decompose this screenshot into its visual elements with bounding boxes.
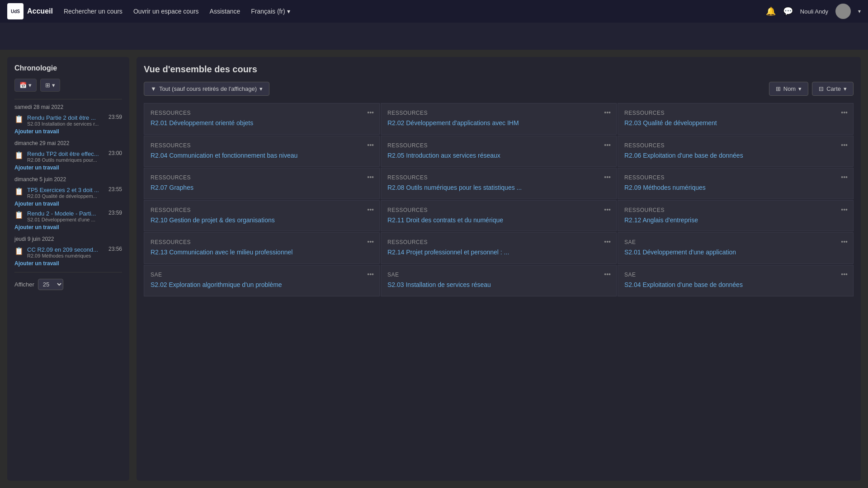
- search-courses-link[interactable]: Rechercher un cours: [64, 8, 123, 15]
- course-name[interactable]: R2.07 Graphes: [151, 183, 373, 192]
- sort-filter-btn[interactable]: ⊞ ▾: [40, 79, 60, 92]
- course-card[interactable]: Ressources R2.03 Qualité de développemen…: [618, 103, 854, 135]
- course-name[interactable]: R2.02 Développement d'applications avec …: [387, 119, 610, 128]
- course-menu-btn[interactable]: •••: [841, 271, 848, 278]
- course-menu-btn[interactable]: •••: [841, 174, 848, 181]
- course-menu-btn[interactable]: •••: [604, 238, 611, 245]
- course-type: Ressources: [151, 239, 373, 245]
- course-menu-btn[interactable]: •••: [604, 206, 611, 213]
- chrono-item-4-1: 📋 23:56 CC R2.09 en 209 second... R2.09 …: [14, 246, 122, 258]
- sort-button[interactable]: ⊞ Nom ▾: [769, 82, 808, 96]
- course-card[interactable]: Ressources R2.10 Gestion de projet & des…: [144, 200, 380, 232]
- calendar-icon: 📅: [19, 82, 27, 89]
- course-card[interactable]: Ressources R2.14 Projet professionnel et…: [381, 232, 617, 264]
- calendar-filter-btn[interactable]: 📅 ▾: [14, 79, 37, 92]
- course-name[interactable]: R2.10 Gestion de projet & des organisati…: [151, 216, 373, 225]
- user-name[interactable]: Nouli Andy: [800, 8, 828, 15]
- afficher-select[interactable]: 25 50 100: [38, 279, 63, 290]
- course-menu-btn[interactable]: •••: [367, 271, 374, 278]
- course-menu-btn[interactable]: •••: [604, 271, 611, 278]
- course-name[interactable]: R2.13 Communication avec le milieu profe…: [151, 248, 373, 257]
- course-menu-btn[interactable]: •••: [841, 206, 848, 213]
- course-menu-btn[interactable]: •••: [841, 109, 848, 116]
- user-avatar[interactable]: [835, 4, 851, 19]
- chrono-item-3-1: 📋 23:55 TP5 Exercices 2 et 3 doit ... R2…: [14, 186, 122, 199]
- course-card[interactable]: Ressources R2.13 Communication avec le m…: [144, 232, 380, 264]
- course-name[interactable]: S2.03 Installation de services réseau: [387, 281, 610, 290]
- filter-button[interactable]: ▼ Tout (sauf cours retirés de l'affichag…: [144, 82, 269, 96]
- course-card[interactable]: Ressources R2.09 Méthodes numériques •••: [618, 168, 854, 199]
- course-card[interactable]: Ressources R2.08 Outils numériques pour …: [381, 168, 617, 199]
- sort-icon: ⊞: [776, 85, 781, 92]
- course-name[interactable]: R2.03 Qualité de développement: [624, 119, 847, 128]
- course-card[interactable]: Ressources R2.06 Exploitation d'une base…: [618, 136, 854, 167]
- course-name[interactable]: S2.04 Exploitation d'une base de données: [624, 281, 847, 290]
- notifications-icon[interactable]: 🔔: [766, 6, 776, 16]
- add-work-link-3b[interactable]: Ajouter un travail: [14, 224, 122, 230]
- chrono-title-link-3[interactable]: TP5 Exercices 2 et 3 doit ...: [27, 187, 99, 193]
- course-menu-btn[interactable]: •••: [604, 174, 611, 181]
- course-name[interactable]: R2.04 Communication et fonctionnement ba…: [151, 151, 373, 160]
- course-card[interactable]: Ressources R2.02 Développement d'applica…: [381, 103, 617, 135]
- messages-icon[interactable]: 💬: [783, 6, 793, 16]
- sidebar: Chronologie 📅 ▾ ⊞ ▾ samedi 28 mai 2022 📋…: [7, 57, 129, 481]
- user-dropdown-icon[interactable]: ▾: [858, 8, 861, 14]
- course-name[interactable]: R2.14 Projet professionnel et personnel …: [387, 248, 610, 257]
- course-name[interactable]: R2.08 Outils numériques pour les statist…: [387, 183, 610, 192]
- navbar: UdS Accueil Rechercher un cours Ouvrir u…: [0, 0, 868, 23]
- chrono-title-link-4[interactable]: Rendu 2 - Modele - Parti...: [27, 210, 96, 217]
- course-name[interactable]: R2.01 Développement orienté objets: [151, 119, 373, 128]
- main-container: Chronologie 📅 ▾ ⊞ ▾ samedi 28 mai 2022 📋…: [0, 50, 868, 488]
- course-name[interactable]: R2.09 Méthodes numériques: [624, 183, 847, 192]
- course-menu-btn[interactable]: •••: [604, 141, 611, 149]
- course-menu-btn[interactable]: •••: [367, 141, 374, 149]
- course-card[interactable]: Ressources R2.04 Communication et foncti…: [144, 136, 380, 167]
- sort-icon: ⊞: [45, 82, 50, 89]
- assignment-icon-5: 📋: [14, 247, 24, 255]
- course-card[interactable]: Ressources R2.05 Introduction aux servic…: [381, 136, 617, 167]
- course-menu-btn[interactable]: •••: [367, 238, 374, 245]
- course-menu-btn[interactable]: •••: [367, 109, 374, 116]
- language-selector[interactable]: Français (fr) ▾: [251, 8, 290, 15]
- chrono-time-3: 23:55: [108, 186, 122, 192]
- course-name[interactable]: R2.06 Exploitation d'une base de données: [624, 151, 847, 160]
- course-card[interactable]: Ressources R2.12 Anglais d'entreprise ••…: [618, 200, 854, 232]
- course-card[interactable]: SAE S2.04 Exploitation d'une base de don…: [618, 265, 854, 296]
- assignment-icon-4: 📋: [14, 211, 24, 219]
- course-menu-btn[interactable]: •••: [367, 206, 374, 213]
- course-name[interactable]: R2.12 Anglais d'entreprise: [624, 216, 847, 225]
- course-card[interactable]: Ressources R2.01 Développement orienté o…: [144, 103, 380, 135]
- add-work-link-1[interactable]: Ajouter un travail: [14, 128, 122, 135]
- course-name[interactable]: S2.01 Développement d'une application: [624, 248, 847, 257]
- course-card[interactable]: Ressources R2.07 Graphes •••: [144, 168, 380, 199]
- course-menu-btn[interactable]: •••: [604, 109, 611, 116]
- course-type: SAE: [624, 272, 847, 278]
- chrono-title-link[interactable]: Rendu Partie 2 doit être ...: [27, 114, 96, 121]
- open-space-link[interactable]: Ouvrir un espace cours: [133, 8, 199, 15]
- course-card[interactable]: SAE S2.03 Installation de services résea…: [381, 265, 617, 296]
- course-name[interactable]: R2.05 Introduction aux services réseaux: [387, 151, 610, 160]
- chrono-section-1: samedi 28 mai 2022 📋 23:59 Rendu Partie …: [14, 104, 122, 135]
- course-name[interactable]: R2.11 Droit des contrats et du numérique: [387, 216, 610, 225]
- course-type: Ressources: [387, 142, 610, 149]
- add-work-link-4[interactable]: Ajouter un travail: [14, 260, 122, 267]
- course-menu-btn[interactable]: •••: [841, 238, 848, 245]
- add-work-link-3a[interactable]: Ajouter un travail: [14, 201, 122, 207]
- course-card[interactable]: SAE S2.02 Exploration algorithmique d'un…: [144, 265, 380, 296]
- filter-dropdown-icon: ▾: [259, 85, 263, 92]
- view-label: Carte: [826, 85, 841, 92]
- view-button[interactable]: ⊟ Carte ▾: [812, 82, 854, 96]
- assistance-link[interactable]: Assistance: [210, 8, 241, 15]
- chrono-title-link-5[interactable]: CC R2.09 en 209 second...: [27, 246, 98, 253]
- chrono-title-link-2[interactable]: Rendu TP2 doit être effec...: [27, 150, 99, 157]
- course-menu-btn[interactable]: •••: [841, 141, 848, 149]
- course-card[interactable]: SAE S2.01 Développement d'une applicatio…: [618, 232, 854, 264]
- course-menu-btn[interactable]: •••: [367, 174, 374, 181]
- course-card[interactable]: Ressources R2.11 Droit des contrats et d…: [381, 200, 617, 232]
- chrono-item-1-1: 📋 23:59 Rendu Partie 2 doit être ... S2.…: [14, 114, 122, 127]
- home-link[interactable]: Accueil: [27, 7, 53, 15]
- course-name[interactable]: S2.02 Exploration algorithmique d'un pro…: [151, 281, 373, 290]
- add-work-link-2[interactable]: Ajouter un travail: [14, 164, 122, 171]
- chrono-sub: S2.03 Installation de services r...: [27, 121, 122, 127]
- course-type: Ressources: [624, 110, 847, 116]
